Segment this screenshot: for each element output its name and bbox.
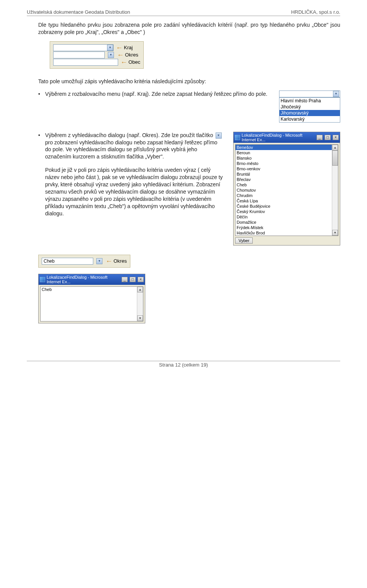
header-right: HRDLIČKA, spol.s r.o. [291, 9, 340, 15]
find-dialog: LokalizaceFindDialog - Microsoft Interne… [233, 132, 340, 246]
dialog-listbox[interactable]: BenešovBerounBlanskoBrno-městoBrno-venko… [235, 144, 338, 236]
find-dialog-filtered: LokalizaceFindDialog - Microsoft Interne… [38, 274, 145, 323]
close-button[interactable]: × [138, 277, 144, 282]
arrow-left-icon: ← [106, 258, 112, 264]
minimize-button[interactable]: _ [122, 277, 128, 282]
obec-input[interactable] [53, 59, 118, 66]
list-item[interactable]: Břeclav [235, 177, 332, 182]
list-item[interactable]: Hlavní město Praha [279, 98, 340, 104]
list-item[interactable]: Cheb [235, 182, 332, 187]
list-item[interactable]: České Budějovice [235, 204, 332, 209]
scroll-thumb[interactable] [332, 150, 338, 166]
list-item[interactable]: Chrudim [235, 193, 332, 198]
para-intro: Dle typu hledaného prvku jsou zobrazena … [27, 21, 340, 36]
okres-dropdown-button[interactable]: ▼ [108, 52, 114, 58]
okres-label: Okres [125, 52, 138, 58]
list-item[interactable]: Český Krumlov [235, 209, 332, 214]
minimize-button[interactable]: _ [317, 135, 323, 140]
kraj-combo-open[interactable]: ▼ [279, 90, 340, 97]
kraj-dropdown-screenshot: ▼ Hlavní město PrahaJihočeskýJihomoravsk… [279, 90, 340, 123]
okres-label: Okres [114, 258, 127, 264]
para-methods: Tato pole umožňují zápis vyhledávacího k… [27, 78, 340, 85]
list-item[interactable]: Cheb [41, 287, 137, 292]
list-item[interactable]: Děčín [235, 214, 332, 220]
list-item[interactable]: Domažlice [235, 220, 332, 225]
list-item[interactable]: Frýdek-Místek [235, 225, 332, 230]
scroll-down-icon[interactable]: ▼ [332, 230, 338, 236]
dialog-titlebar[interactable]: LokalizaceFindDialog - Microsoft Interne… [234, 132, 340, 143]
okres-input-cheb[interactable]: Cheb [42, 258, 93, 265]
kraj-combo[interactable]: ▼ [53, 44, 114, 51]
list-item[interactable]: Brno-venkov [235, 166, 332, 171]
dialog-title: LokalizaceFindDialog - Microsoft Interne… [47, 275, 120, 284]
list-item[interactable]: Jihočeský [279, 104, 340, 110]
list-item[interactable]: Blansko [235, 155, 332, 161]
list-item[interactable]: Benešov [235, 145, 332, 150]
list-item[interactable]: Brno-město [235, 161, 332, 166]
okres-dropdown-button[interactable]: ▼ [96, 258, 102, 264]
list-item[interactable]: Bruntál [235, 171, 332, 177]
ie-icon [40, 277, 45, 282]
vyber-button[interactable]: Vyber [235, 237, 253, 244]
cheb-field-screenshot: Cheb ▼ ←Okres [38, 255, 130, 268]
maximize-button[interactable]: □ [325, 135, 331, 140]
list-item[interactable]: Karlovarský [279, 116, 340, 122]
header-left: Uživatelská dokumentace Geodata Distribu… [27, 9, 130, 15]
close-button[interactable]: × [333, 135, 339, 140]
kraj-label: Kraj [124, 45, 133, 50]
arrow-left-icon: ← [117, 52, 124, 58]
scroll-up-icon[interactable]: ▲ [332, 145, 338, 150]
list-item[interactable]: Havlíčkův Brod [235, 230, 332, 236]
dropdown-button-icon: ▼ [216, 132, 222, 139]
obec-label: Obec [128, 59, 140, 65]
arrow-left-icon: ← [120, 60, 127, 65]
page-footer: Strana 12 (celkem 19) [27, 361, 340, 368]
dialog-listbox[interactable]: Cheb ▲ ▼ [40, 286, 143, 321]
list-item[interactable]: Beroun [235, 150, 332, 155]
fields-screenshot: ▼ ←Kraj ▼ ←Okres ←Obec [50, 41, 144, 69]
scrollbar[interactable]: ▲ ▼ [137, 287, 143, 321]
bullet-1: Výběrem z rozbalovacího menu (např. Kraj… [27, 90, 269, 98]
list-item[interactable]: Jihomoravský [279, 110, 340, 116]
chevron-down-icon[interactable]: ▼ [107, 45, 113, 51]
bullet-2: Výběrem z vyhledávacího dialogu (např. O… [27, 132, 223, 217]
ie-icon [235, 135, 240, 140]
list-item[interactable]: Chomutov [235, 187, 332, 193]
list-item[interactable]: Česká Lípa [235, 198, 332, 204]
maximize-button[interactable]: □ [130, 277, 136, 282]
scroll-down-icon[interactable]: ▼ [137, 315, 143, 321]
dialog-title: LokalizaceFindDialog - Microsoft Interne… [242, 133, 315, 142]
kraj-listbox[interactable]: Hlavní město PrahaJihočeskýJihomoravskýK… [279, 97, 340, 123]
okres-input[interactable] [53, 52, 105, 58]
scrollbar[interactable]: ▲ ▼ [332, 145, 338, 236]
arrow-left-icon: ← [116, 45, 123, 50]
chevron-down-icon[interactable]: ▼ [333, 91, 339, 97]
dialog-titlebar[interactable]: LokalizaceFindDialog - Microsoft Interne… [39, 274, 145, 285]
scroll-up-icon[interactable]: ▲ [137, 287, 143, 292]
